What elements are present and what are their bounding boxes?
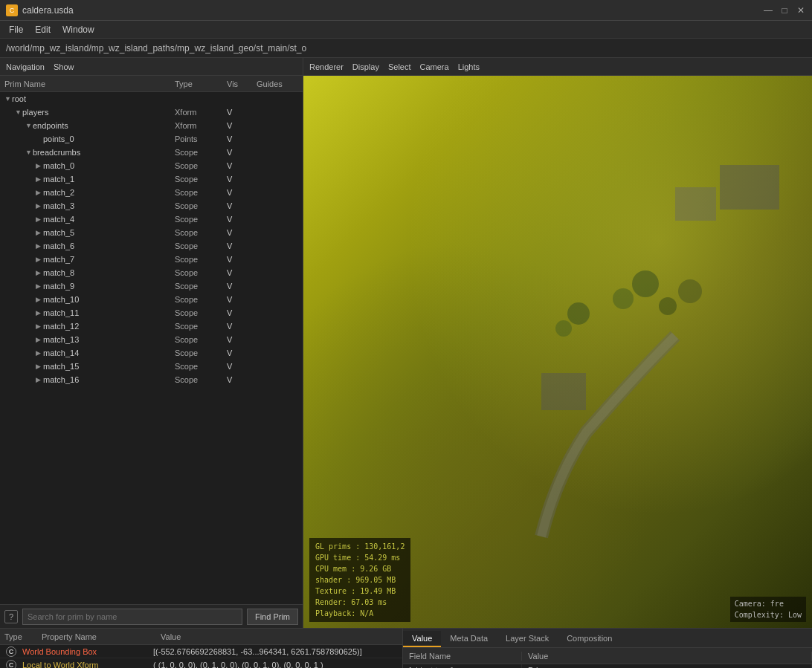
select-item[interactable]: Select	[388, 62, 411, 71]
hud-line5: shader : 969.05 MB	[315, 574, 405, 586]
tree-arrow-icon[interactable]: ▼	[4, 95, 12, 103]
tree-cell-vis: V	[225, 255, 255, 264]
prop-row[interactable]: CWorld Bounding Box[(-552.6766692268831,…	[0, 645, 402, 658]
tree-cell-name: ▶match_0	[3, 161, 173, 170]
tree-arrow-icon[interactable]: ▶	[36, 175, 43, 183]
tree-row[interactable]: ▼playersXformV	[0, 106, 303, 119]
tree-cell-vis: V	[225, 375, 255, 384]
tree-arrow-icon[interactable]: ▶	[36, 215, 43, 223]
tree-cell-vis: V	[225, 228, 255, 237]
tree-arrow-icon[interactable]: ▶	[36, 269, 43, 276]
tab-metadata[interactable]: Meta Data	[441, 631, 497, 647]
tree-row[interactable]: ▼breadcrumbsScopeV	[0, 146, 303, 159]
tree-cell-name: ▶match_2	[3, 188, 173, 197]
tree-row[interactable]: ▶match_15ScopeV	[0, 360, 303, 373]
tree-cell-vis: V	[225, 282, 255, 291]
nav-navigation[interactable]: Navigation	[6, 62, 45, 71]
meta-value-cell: Prim	[522, 664, 812, 668]
renderer-item[interactable]: Renderer	[309, 62, 344, 71]
tree-row[interactable]: ▶match_11ScopeV	[0, 306, 303, 320]
menu-window[interactable]: Window	[57, 23, 100, 36]
meta-col-field: Field Name	[403, 652, 522, 661]
tree-cell-type: Scope	[173, 241, 225, 250]
tree-cell-type: Scope	[173, 255, 225, 264]
meta-row[interactable]: [object type]Prim	[403, 664, 812, 668]
tree-arrow-icon[interactable]: ▶	[36, 322, 43, 330]
camera-item[interactable]: Camera	[420, 62, 449, 71]
hud-line8: Playback: N/A	[315, 608, 405, 619]
tree-arrow-icon[interactable]: ▶	[36, 363, 43, 370]
tree-cell-name: ▶match_8	[3, 268, 173, 277]
tree-arrow-icon[interactable]: ▶	[36, 376, 43, 383]
tree-row[interactable]: ▶match_14ScopeV	[0, 346, 303, 360]
nav-show[interactable]: Show	[54, 62, 74, 71]
tree-row[interactable]: ▶match_2ScopeV	[0, 186, 303, 199]
props-body[interactable]: CWorld Bounding Box[(-552.6766692268831,…	[0, 645, 402, 668]
tree-cell-name: ▼breadcrumbs	[3, 148, 173, 157]
tree-arrow-icon[interactable]: ▼	[15, 108, 22, 116]
tree-row[interactable]: ▶match_9ScopeV	[0, 279, 303, 293]
tree-arrow-icon[interactable]: ▶	[36, 202, 43, 210]
find-prim-button[interactable]: Find Prim	[247, 609, 298, 625]
tree-cell-vis: V	[225, 268, 255, 277]
prim-search-input[interactable]	[22, 609, 242, 625]
tree-row[interactable]: ▼root	[0, 92, 303, 106]
tree-row[interactable]: ▶match_3ScopeV	[0, 199, 303, 213]
tree-prim-name: match_2	[43, 188, 74, 197]
prim-help-button[interactable]: ?	[4, 610, 18, 623]
tab-composition[interactable]: Composition	[558, 631, 621, 647]
hud-camera: Camera: fre	[735, 598, 802, 609]
tree-arrow-icon[interactable]: ▶	[36, 242, 43, 250]
viewport[interactable]: GL prims : 130,161,2 GPU time : 54.29 ms…	[303, 76, 812, 628]
svg-rect-0	[720, 165, 779, 210]
tree-prim-name: match_16	[43, 375, 79, 384]
tab-layerstack[interactable]: Layer Stack	[497, 631, 558, 647]
tree-row[interactable]: ▶match_5ScopeV	[0, 226, 303, 239]
meta-body[interactable]: [object type]Prim[path]/world/mp_wz_isla…	[403, 664, 812, 668]
svg-point-7	[567, 302, 590, 325]
tree-row[interactable]: points_0PointsV	[0, 132, 303, 146]
tree-row[interactable]: ▶match_10ScopeV	[0, 293, 303, 306]
tree-arrow-icon[interactable]: ▶	[36, 309, 43, 317]
tree-row[interactable]: ▼endpointsXformV	[0, 119, 303, 132]
tree-cell-name: ▶match_7	[3, 255, 173, 264]
tree-row[interactable]: ▶match_6ScopeV	[0, 239, 303, 253]
close-button[interactable]: ✕	[796, 5, 806, 16]
tree-arrow-icon[interactable]: ▼	[25, 122, 33, 129]
menu-edit[interactable]: Edit	[29, 23, 57, 36]
tree-arrow-icon[interactable]: ▶	[36, 256, 43, 263]
tree-row[interactable]: ▶match_13ScopeV	[0, 333, 303, 346]
tree-cell-type: Scope	[173, 188, 225, 197]
tree-row[interactable]: ▶match_7ScopeV	[0, 253, 303, 266]
tree-row[interactable]: ▶match_12ScopeV	[0, 320, 303, 333]
menu-file[interactable]: File	[3, 23, 29, 36]
tab-value[interactable]: Value	[403, 631, 441, 647]
tree-cell-type: Scope	[173, 268, 225, 277]
tree-row[interactable]: ▶match_0ScopeV	[0, 159, 303, 172]
minimize-button[interactable]: —	[763, 5, 773, 16]
tree-prim-name: match_6	[43, 241, 74, 250]
prop-row[interactable]: CLocal to World Xform( (1, 0, 0, 0), (0,…	[0, 658, 402, 668]
tree-arrow-icon[interactable]: ▶	[36, 296, 43, 303]
tree-row[interactable]: ▶match_1ScopeV	[0, 172, 303, 186]
tree-arrow-icon[interactable]: ▶	[36, 282, 43, 290]
meta-table-header: Field Name Value	[403, 648, 812, 664]
prim-search-bar: ? Find Prim	[0, 604, 303, 628]
tree-row[interactable]: ▶match_4ScopeV	[0, 213, 303, 226]
tree-arrow-icon[interactable]: ▶	[36, 349, 43, 357]
tree-arrow-icon[interactable]: ▶	[36, 162, 43, 169]
menu-bar: File Edit Window	[0, 21, 812, 39]
tree-cell-type: Scope	[173, 161, 225, 170]
display-item[interactable]: Display	[352, 62, 379, 71]
tree-row[interactable]: ▶match_8ScopeV	[0, 266, 303, 279]
tree-cell-type: Scope	[173, 215, 225, 224]
tree-arrow-icon[interactable]: ▶	[36, 189, 43, 196]
tree-arrow-icon[interactable]: ▶	[36, 336, 43, 343]
tree-arrow-icon[interactable]: ▼	[25, 149, 33, 156]
tree-arrow-icon[interactable]: ▶	[36, 229, 43, 236]
lights-item[interactable]: Lights	[458, 62, 480, 71]
tree-body[interactable]: ▼root▼playersXformV▼endpointsXformVpoint…	[0, 92, 303, 604]
tree-row[interactable]: ▶match_16ScopeV	[0, 373, 303, 386]
renderer-toolbar: Renderer Display Select Camera Lights	[303, 58, 812, 76]
maximize-button[interactable]: □	[779, 5, 790, 16]
